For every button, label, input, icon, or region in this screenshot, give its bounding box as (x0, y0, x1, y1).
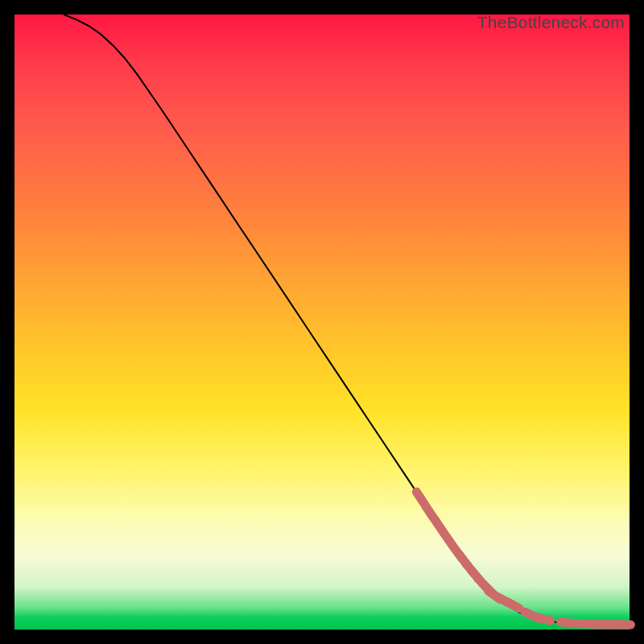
marker-group (416, 492, 630, 625)
chart-frame: TheBottleneck.com (14, 14, 630, 630)
marker-pill (573, 623, 588, 624)
series-curve (64, 14, 623, 625)
chart-svg (14, 14, 630, 630)
marker-pill (536, 617, 551, 621)
marker-pill (416, 492, 424, 504)
marker-pill (506, 601, 519, 609)
